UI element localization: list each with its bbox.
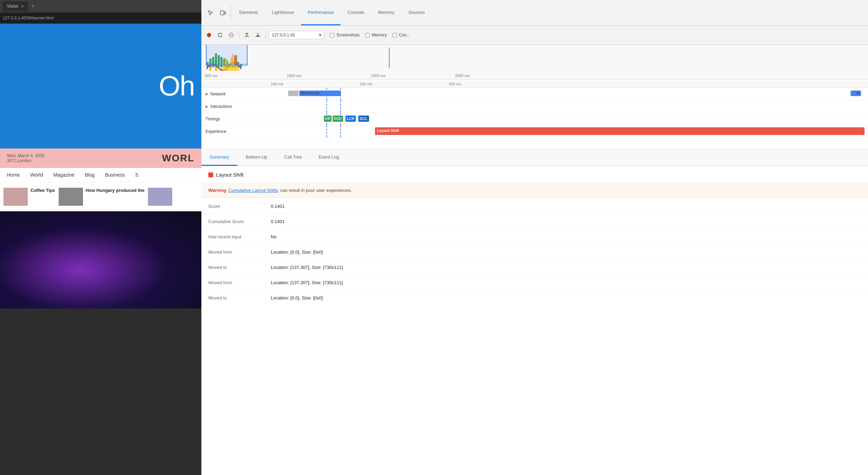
nav-bar: Home World Magazine Blog Business S: [0, 168, 201, 182]
record-button[interactable]: [204, 30, 214, 40]
article-2-title: How Hungary produced the: [86, 188, 145, 194]
tab-console[interactable]: Console: [341, 0, 371, 25]
date-text: Wed, March 4, 2020: [7, 153, 44, 158]
experience-dashed-1: [326, 125, 327, 137]
news-bar-left: Wed, March 4, 2020 30°C,London: [7, 153, 44, 163]
layout-shift-bar-label: Layout Shift: [377, 128, 399, 133]
screenshots-checkbox[interactable]: [330, 33, 334, 37]
memory-checkbox-label[interactable]: Memory: [372, 33, 387, 37]
green-performance-marker: [389, 48, 390, 68]
moved-to-1-row: Moved to Location: [137,307], Size: [730…: [201, 261, 868, 273]
time-marker-1000: 1000 ms: [287, 74, 301, 78]
address-bar[interactable]: 127.0.0.1:4556/banner.html: [0, 12, 201, 24]
interactions-track-label[interactable]: ▶ Interactions: [201, 104, 271, 109]
score-label: Score: [208, 204, 271, 209]
layout-shift-header: Layout Shift: [201, 166, 868, 184]
website-preview: Vision ✕ + 127.0.0.1:4556/banner.html Oh…: [0, 0, 201, 475]
moved-to-2-value: Location: [0,0], Size: [0x0]: [271, 295, 323, 300]
divider-5: [201, 275, 868, 275]
target-selector[interactable]: 127.0.0.1 #2 ▾: [269, 31, 324, 39]
tab-event-log[interactable]: Event Log: [310, 149, 348, 166]
fp-chip[interactable]: FP: [324, 116, 332, 122]
moved-from-1-label: Moved from: [208, 249, 271, 255]
divider-3: [201, 244, 868, 245]
network-bar-m-label: M: [857, 91, 860, 95]
tab-call-tree[interactable]: Call Tree: [276, 149, 310, 166]
tab-bottom-up[interactable]: Bottom-Up: [237, 149, 276, 166]
svg-rect-18: [209, 67, 211, 71]
timings-track-label: Timings: [201, 117, 271, 121]
timings-dashed-1: [326, 113, 327, 125]
article-3-thumb: [148, 188, 172, 206]
moved-to-2-row: Moved to Location: [0,0], Size: [0x0]: [201, 292, 868, 304]
divider-2: [201, 229, 868, 229]
timings-dashed-2: [340, 113, 341, 125]
concert-crowd: [0, 211, 201, 308]
coverage-checkbox-group: Cov...: [392, 33, 409, 37]
content-area: Layout Shift Warning Cumulative Layout S…: [201, 166, 868, 475]
selection-handle[interactable]: [206, 64, 248, 66]
fcp-chip[interactable]: FCP: [333, 116, 343, 122]
warning-box: Warning Cumulative Layout Shifts can res…: [201, 184, 868, 197]
network-bar-grey: [288, 91, 299, 96]
coverage-checkbox[interactable]: [392, 33, 397, 37]
interactions-expand-arrow[interactable]: ▶: [206, 104, 208, 108]
memory-checkbox[interactable]: [365, 33, 370, 37]
screenshots-label[interactable]: Screenshots: [336, 33, 360, 37]
detail-marker-200: 200 ms: [449, 82, 461, 86]
moved-from-1-value: Location: [0,0], Size: [0x0]: [271, 249, 323, 255]
layout-shift-title: Layout Shift: [216, 172, 243, 178]
interactions-dashed-1: [326, 100, 327, 112]
device-toolbar-button[interactable]: [217, 0, 229, 25]
moved-from-2-label: Moved from: [208, 280, 271, 285]
experience-track-label: Experience: [201, 129, 271, 134]
nav-business[interactable]: Business: [105, 172, 125, 178]
network-expand-arrow[interactable]: ▶: [206, 92, 208, 96]
score-row: Score 0.1401: [201, 200, 868, 212]
tab-sources[interactable]: Sources: [401, 0, 432, 25]
network-track-label[interactable]: ▶ Network: [201, 92, 271, 96]
network-track-content: Montserrat... M: [271, 88, 868, 100]
new-tab-button[interactable]: +: [31, 3, 35, 10]
timeline-ruler: 100 ms 150 ms 200 ms: [201, 79, 868, 88]
stop-button[interactable]: [226, 30, 236, 40]
network-track: ▶ Network Montserrat... M: [201, 88, 868, 100]
layout-shift-timeline-bar[interactable]: [375, 127, 865, 135]
timeline-minimap: [201, 45, 868, 72]
lcp-chip[interactable]: LCP: [345, 116, 356, 122]
website-content: Oh Wed, March 4, 2020 30°C,London WORL H…: [0, 24, 201, 475]
layout-shift-icon: [208, 172, 213, 177]
moved-from-2-value: Location: [137,307], Size: [730x111]: [271, 280, 343, 285]
cumulative-score-value: 0.1401: [271, 219, 285, 224]
tab-close-icon[interactable]: ✕: [21, 4, 24, 9]
article-1-thumb: [3, 188, 28, 206]
nav-blog[interactable]: Blog: [85, 172, 94, 178]
cursor-icon-button[interactable]: [204, 0, 217, 25]
tab-lighthouse[interactable]: Lighthouse: [265, 0, 301, 25]
reload-record-button[interactable]: [215, 30, 225, 40]
tab-elements[interactable]: Elements: [232, 0, 265, 25]
experience-track-content: Layout Shift: [271, 125, 868, 137]
timings-track: Timings FP FCP LCP DCL: [201, 113, 868, 125]
nav-magazine[interactable]: Magazine: [53, 172, 75, 178]
recent-input-value: No: [271, 234, 277, 239]
tab-performance[interactable]: Performance: [301, 0, 341, 25]
nav-home[interactable]: Home: [7, 172, 20, 178]
download-profile-button[interactable]: [253, 30, 263, 40]
time-marker-2000: 2000 ms: [455, 74, 469, 78]
tab-memory[interactable]: Memory: [371, 0, 401, 25]
timeline-selection[interactable]: [206, 45, 248, 65]
browser-tab[interactable]: Vision ✕: [3, 1, 28, 11]
timeline-overview[interactable]: 500 ms 1000 ms 1500 ms 2000 ms: [201, 45, 868, 79]
dcl-chip[interactable]: DCL: [358, 116, 369, 122]
nav-world[interactable]: World: [30, 172, 43, 178]
svg-rect-1: [224, 12, 226, 14]
devtools-toolbar: 127.0.0.1 #2 ▾ Screenshots Memory Cov...: [201, 26, 868, 45]
cls-warning-link[interactable]: Cumulative Layout Shifts: [228, 188, 278, 193]
tab-summary[interactable]: Summary: [201, 149, 237, 166]
timeline-detail[interactable]: 100 ms 150 ms 200 ms ▶ Network Montserra…: [201, 79, 868, 149]
nav-more[interactable]: S: [135, 172, 138, 178]
dashed-line-2: [340, 88, 341, 100]
upload-profile-button[interactable]: [242, 30, 252, 40]
coverage-label[interactable]: Cov...: [399, 33, 409, 37]
